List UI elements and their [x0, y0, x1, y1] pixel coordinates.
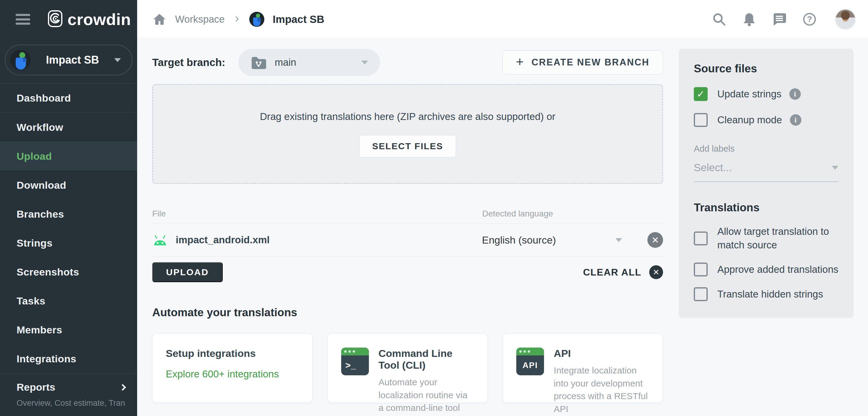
plus-icon: +	[516, 54, 524, 69]
allow-match-source-checkbox[interactable]	[694, 232, 708, 245]
clear-all-button[interactable]: CLEAR ALL	[583, 265, 663, 279]
labels-select[interactable]: Select...	[694, 161, 838, 182]
column-header-file: File	[152, 209, 482, 218]
option-update-strings: Update strings	[694, 87, 838, 101]
files-table: File Detected language impact_android.xm…	[152, 204, 663, 257]
upload-options-panel: Source files Update strings Cleanup mode…	[679, 49, 854, 318]
column-header-language: Detected language	[482, 209, 663, 218]
labels-select-placeholder: Select...	[694, 161, 732, 174]
table-row: impact_android.xml English (source)	[152, 223, 663, 257]
remove-file-button[interactable]	[647, 232, 663, 248]
upload-button[interactable]: UPLOAD	[152, 262, 223, 282]
sidebar-item-dashboard[interactable]: Dashboard	[0, 84, 137, 113]
help-icon[interactable]	[802, 12, 817, 27]
add-labels-label: Add labels	[694, 144, 838, 154]
explore-integrations-link[interactable]: Explore 600+ integrations	[166, 368, 299, 380]
api-window-icon: API	[516, 348, 544, 375]
search-icon[interactable]	[712, 12, 726, 27]
sidebar-item-workflow[interactable]: Workflow	[0, 113, 137, 142]
sidebar-item-reports[interactable]: Reports Overview, Cost estimate, Transl…	[0, 374, 137, 408]
cleanup-mode-checkbox[interactable]	[694, 113, 708, 127]
create-new-branch-button[interactable]: + CREATE NEW BRANCH	[502, 50, 663, 75]
option-approve-added: Approve added translations	[694, 263, 838, 276]
crowdin-logo[interactable]: crowdin	[48, 10, 131, 29]
sidebar-item-branches[interactable]: Branches	[0, 200, 137, 229]
source-files-title: Source files	[694, 62, 838, 75]
option-cleanup-mode: Cleanup mode	[694, 113, 838, 127]
home-icon[interactable]	[152, 12, 167, 27]
topbar: Workspace › Impact SB	[137, 0, 868, 38]
project-selector[interactable]: Impact SB	[5, 44, 132, 76]
sidebar-item-members[interactable]: Members	[0, 315, 137, 344]
rightside: Workspace › Impact SB	[137, 0, 868, 416]
approve-added-checkbox[interactable]	[694, 263, 708, 276]
breadcrumb-project[interactable]: Impact SB	[273, 13, 324, 25]
user-avatar[interactable]	[835, 9, 856, 30]
chevron-right-icon	[119, 384, 126, 391]
actions-row: UPLOAD CLEAR ALL	[152, 262, 663, 282]
card-api[interactable]: API API Integrate localization into your…	[503, 333, 663, 403]
messages-icon[interactable]	[772, 12, 786, 27]
info-icon[interactable]	[789, 88, 801, 100]
target-branch-row: Target branch: main + CREATE NEW BRANCH	[152, 49, 663, 76]
branch-folder-icon	[250, 56, 266, 69]
translate-hidden-checkbox[interactable]	[694, 287, 708, 301]
file-name: impact_android.xml	[176, 234, 270, 246]
clear-all-x-icon	[649, 265, 663, 279]
chevron-down-icon	[832, 166, 838, 170]
brand-row: crowdin	[0, 0, 137, 38]
upload-main: Target branch: main + CREATE NEW BRANCH	[152, 49, 663, 403]
card-cli[interactable]: >_ Command Line Tool (CLI) Automate your…	[328, 333, 488, 403]
branch-select[interactable]: main	[239, 49, 380, 76]
android-icon	[152, 235, 168, 245]
breadcrumb-separator-icon: ›	[235, 11, 239, 25]
select-files-button[interactable]: SELECT FILES	[359, 135, 456, 157]
notifications-bell-icon[interactable]	[742, 12, 756, 27]
automate-cards: Setup integrations Explore 600+ integrat…	[152, 333, 663, 403]
content: Target branch: main + CREATE NEW BRANCH	[137, 38, 868, 416]
app-root: crowdin Impact SB Dashboard Workflow Upl…	[0, 0, 868, 416]
project-avatar	[10, 50, 31, 70]
info-icon[interactable]	[790, 114, 801, 126]
crowdin-wordmark: crowdin	[67, 10, 131, 29]
automate-title: Automate your translations	[152, 306, 663, 319]
dropzone-text: Drag existing translations here (ZIP arc…	[260, 111, 555, 122]
target-branch-label: Target branch:	[152, 56, 225, 68]
sidebar-item-screenshots[interactable]: Screenshots	[0, 258, 137, 286]
file-dropzone[interactable]: Drag existing translations here (ZIP arc…	[152, 84, 663, 184]
chevron-down-icon	[114, 58, 121, 62]
chevron-down-icon	[615, 238, 622, 242]
detected-language-select[interactable]: English (source)	[482, 234, 622, 246]
breadcrumb-workspace[interactable]: Workspace	[175, 13, 224, 25]
card-setup-integrations[interactable]: Setup integrations Explore 600+ integrat…	[152, 333, 313, 403]
reports-sublabel: Overview, Cost estimate, Transl…	[17, 398, 125, 408]
file-cell: impact_android.xml	[152, 234, 482, 246]
sidebar-item-integrations[interactable]: Integrations	[0, 344, 137, 373]
translations-title: Translations	[694, 201, 838, 214]
option-allow-match-source: Allow target translation to match source	[694, 225, 838, 252]
option-translate-hidden: Translate hidden strings	[694, 287, 838, 301]
terminal-icon: >_	[341, 348, 369, 375]
sidebar-item-upload[interactable]: Upload	[0, 142, 137, 171]
files-table-header: File Detected language	[152, 204, 663, 223]
topbar-icons	[712, 9, 856, 30]
sidebar-menu: Dashboard Workflow Upload Download Branc…	[0, 84, 137, 373]
chevron-down-icon	[361, 61, 368, 64]
breadcrumb-project-avatar	[249, 12, 264, 27]
sidebar-item-strings[interactable]: Strings	[0, 229, 137, 258]
sidebar-item-tasks[interactable]: Tasks	[0, 286, 137, 315]
sidebar-item-download[interactable]: Download	[0, 171, 137, 200]
detected-language-value: English (source)	[482, 234, 556, 246]
hamburger-menu-icon[interactable]	[16, 14, 30, 25]
update-strings-checkbox[interactable]	[694, 87, 708, 101]
project-selector-name: Impact SB	[31, 54, 114, 66]
crowdin-logo-icon	[48, 10, 63, 29]
branch-select-value: main	[275, 57, 361, 68]
breadcrumb: Workspace › Impact SB	[152, 12, 324, 27]
sidebar: crowdin Impact SB Dashboard Workflow Upl…	[0, 0, 137, 416]
